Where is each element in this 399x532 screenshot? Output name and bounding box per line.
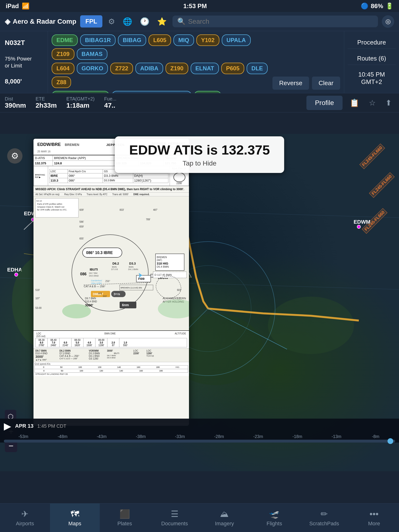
altitude-setting: 8,000' [5,77,43,86]
waypoint-L604[interactable]: L604 [52,63,74,74]
profile-button[interactable]: Profile [306,96,342,110]
waypoint-Y102[interactable]: Y102 [196,34,219,46]
svg-text:D9.5 BND: D9.5 BND [89,275,99,277]
nav-plates[interactable]: ⬛ Plates [100,504,150,532]
globe-button[interactable]: 🌐 [121,15,134,28]
maps-icon: 🗺 [70,509,79,519]
share-icon-btn[interactable]: ⬆ [383,96,394,110]
search-input[interactable] [188,18,373,25]
loc-freq: 110.3 [50,178,68,183]
waypoint-P605[interactable]: P605 [221,63,244,74]
starred-button[interactable]: ⭐ [155,15,169,28]
search-bar: 🔍 [172,16,378,27]
locate-button[interactable]: ◎ [382,15,394,28]
device-label: iPad [6,2,19,10]
brand-name: Aero & Radar Comp [13,18,76,25]
tick-2: -48m [43,434,82,439]
gear-overlay-button[interactable]: ⚙ [7,148,22,164]
plates-icon: ⬛ [119,509,130,519]
star-icon-btn[interactable]: ☆ [367,96,378,110]
speed-table: Gnd speed-Kts 050100130140160180 HIG 050… [33,362,189,376]
timeline-scroll[interactable]: -53m -48m -43m -38m -33m -28m -23m -18m … [0,433,399,440]
flights-icon: 🛫 [269,509,280,519]
atis-banner[interactable]: EDDW ATIS is 132.375 Tap to Hide [115,136,284,173]
waypoint-EDME[interactable]: EDME [52,34,78,46]
atis-tap-hide[interactable]: Tap to Hide [129,159,270,167]
flight-info-bar: Dist 390nm ETE 2h33m ETA(GMT+2) 1:18am F… [0,93,399,112]
svg-text:BREMEN (113.65) BN: BREMEN (113.65) BN [120,287,142,289]
waypoint-BMN[interactable]: BMN ILS OR LOC RWY 09 [112,91,192,93]
waypoint-BIBAG[interactable]: BIBAG [118,34,146,46]
airports-label: Airports [16,520,34,527]
waypoint-GORKO[interactable]: GORKO [77,63,108,74]
svg-text:655': 655' [79,237,84,240]
waypoint-Z109[interactable]: Z109 [52,48,74,60]
scratchpads-label: ScratchPads [309,520,339,527]
more-icon: ••• [370,509,379,519]
svg-text:318 HIG: 318 HIG [157,262,168,265]
svg-text:IBUTI: IBUTI [90,268,98,271]
d-atis-freq: 132.375 [34,161,53,166]
tick-8: -18m [278,434,317,439]
clock-button[interactable]: 🕐 [138,15,152,28]
svg-text:789': 789' [146,218,151,221]
timeline-bar[interactable] [4,440,395,443]
waypoint-ADIBA[interactable]: ADIBA [135,63,163,74]
fpl-button[interactable]: FPL [80,15,102,27]
procedure-label[interactable]: Procedure [348,36,396,49]
svg-text:545': 545' [115,294,119,296]
ils-plate[interactable]: EDDW/BRE BREMEN JEPPESEN BREMEN, GERMANY… [33,139,189,426]
svg-text:D6.2: D6.2 [112,262,119,265]
maps-label: Maps [68,520,81,527]
settings-button[interactable]: ⚙ [106,15,117,28]
svg-text:256°: 256° [105,280,110,283]
search-icon: 🔍 [177,18,186,25]
callsign: N032T [5,38,43,47]
waypoint-DLE[interactable]: DLE [247,63,268,74]
timeline-play-button[interactable]: ▶ [4,421,11,431]
waypoint-Z722[interactable]: Z722 [110,63,133,74]
nav-maps[interactable]: 🗺 Maps [50,504,100,532]
waypoint-Z190[interactable]: Z190 [165,63,188,74]
bm-dme-label: BMN DME [104,332,115,337]
waypoint-Z88[interactable]: Z88 [52,76,71,88]
tick-9: -13m [317,434,356,439]
fi-eta: ETA(GMT+2) 1:18am [66,96,95,109]
svg-text:596': 596' [79,221,84,223]
clipboard-icon-btn[interactable]: 📋 [347,96,362,110]
documents-label: Documents [161,520,188,527]
clear-button[interactable]: Clear [312,76,340,90]
flights-label: Flights [266,520,282,527]
map-area[interactable]: EDDW ATIS is 132.375 Tap to Hide ⚙ FL245… [0,134,399,471]
nav-imagery[interactable]: ⛰ Imagery [200,504,249,532]
waypoint-UPALA[interactable]: UPALA [222,34,251,46]
fi-dist-label: Dist [5,96,26,102]
svg-text:601': 601' [177,289,182,291]
documents-icon: ☰ [171,509,178,519]
waypoint-ELNAT[interactable]: ELNAT [191,63,219,74]
svg-text:503': 503' [103,295,107,297]
waypoint-L605[interactable]: L605 [149,34,171,46]
waypoint-BAMAS[interactable]: BAMAS [77,48,108,60]
waypoint-BIBAG1R[interactable]: BIBAG1R [80,34,115,46]
svg-point-2 [268,297,354,354]
nav-more[interactable]: ••• More [349,504,399,532]
da-h-val: 1280'(1267') [133,178,168,183]
waypoint-MIQ[interactable]: MIQ [173,34,194,46]
svg-text:6nm: 6nm [122,303,129,307]
waypoint-VERED[interactable]: VERED.VERED3P [52,91,109,93]
nav-flights[interactable]: 🛫 Flights [249,504,299,532]
svg-text:659': 659' [79,225,84,228]
reverse-button[interactable]: Reverse [272,76,309,90]
nav-scratchpads[interactable]: ✏ ScratchPads [299,504,349,532]
final-crs-label: Final Apch Crs [68,169,103,173]
final-deg: 086° [68,178,103,183]
nav-documents[interactable]: ☰ Documents [150,504,200,532]
routes-label[interactable]: Routes (6) [348,52,396,65]
waypoint-EDDW[interactable]: EDDW [194,91,221,93]
nav-airports[interactable]: ✈ Airports [0,504,50,532]
plates-label: Plates [117,520,132,527]
final-crs-val: 086° [68,173,103,178]
svg-text:D 117.45 BMN: D 117.45 BMN [155,273,172,276]
brand-icon: ◈ [5,17,10,25]
